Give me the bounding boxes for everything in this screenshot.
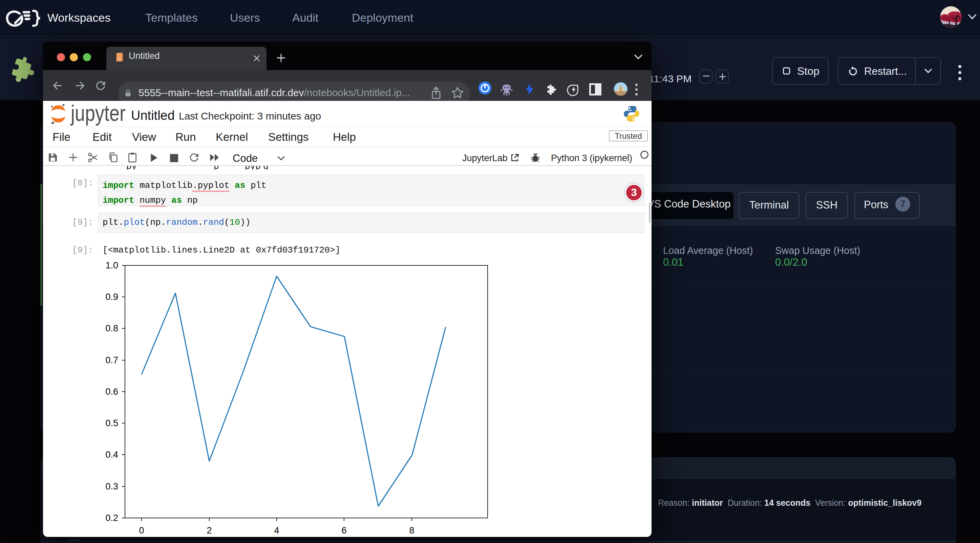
svg-text:0.2: 0.2 bbox=[105, 513, 118, 523]
svg-text:8: 8 bbox=[409, 526, 414, 535]
svg-text:0.3: 0.3 bbox=[105, 481, 118, 492]
svg-text:0.5: 0.5 bbox=[105, 418, 118, 428]
svg-text:6: 6 bbox=[341, 526, 347, 535]
svg-text:0.8: 0.8 bbox=[105, 323, 118, 333]
svg-text:0.9: 0.9 bbox=[105, 292, 118, 302]
svg-text:0.4: 0.4 bbox=[105, 449, 118, 460]
svg-text:4: 4 bbox=[274, 526, 279, 535]
svg-text:0.7: 0.7 bbox=[105, 355, 118, 365]
svg-text:0.6: 0.6 bbox=[105, 387, 118, 397]
svg-text:0: 0 bbox=[139, 526, 144, 535]
svg-text:1.0: 1.0 bbox=[105, 260, 118, 270]
svg-text:2: 2 bbox=[207, 526, 212, 535]
